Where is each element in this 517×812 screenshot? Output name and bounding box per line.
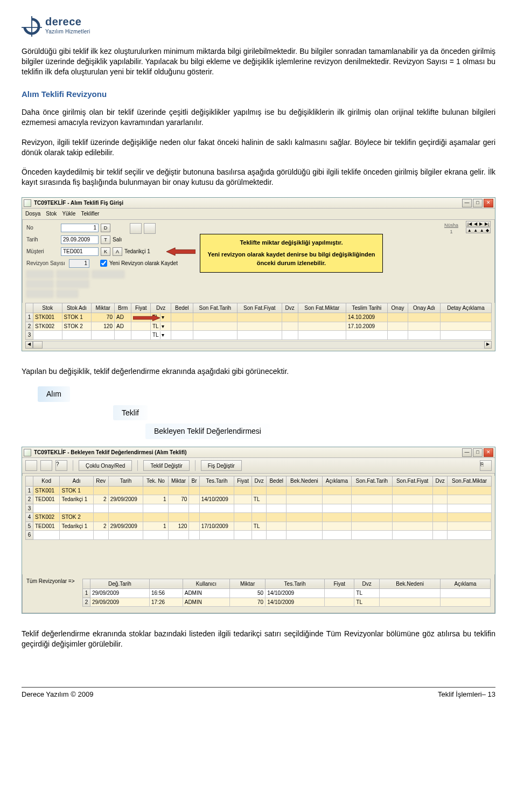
close-button-2[interactable]: ✕ xyxy=(484,448,493,457)
table-row[interactable]: 3TL▾ xyxy=(26,331,492,340)
col-header[interactable]: Adı xyxy=(60,476,93,487)
table-row[interactable]: 4STK002STOK 2 xyxy=(26,513,492,522)
col-header[interactable]: Son.Fat.Fiyat xyxy=(392,476,432,487)
table-row[interactable]: 6 xyxy=(26,531,492,540)
col-header[interactable]: Bek.Nedeni xyxy=(287,476,323,487)
col-header[interactable]: Tek. No xyxy=(143,476,168,487)
help-icon[interactable]: ? xyxy=(55,460,67,471)
col-header[interactable]: Kod xyxy=(33,476,60,487)
col-header[interactable]: Son Fat.Miktar xyxy=(298,303,346,313)
grid-degerlendirme[interactable]: KodAdıRevTarihTek. NoMiktarBrTes.TarihFi… xyxy=(25,476,492,540)
maximize-button-2[interactable]: □ xyxy=(473,448,483,457)
col-header[interactable]: Teslim Tarihi xyxy=(346,303,388,313)
col-header[interactable] xyxy=(83,579,90,589)
table-row[interactable]: 1STK001STOK 170ADTL▾14.10.2009 xyxy=(26,313,492,322)
list-icon[interactable] xyxy=(40,460,52,471)
lookup-a-button[interactable]: A xyxy=(113,247,122,256)
scroll-thumb[interactable] xyxy=(33,341,43,349)
scroll-left-button[interactable]: ◀ xyxy=(25,341,33,349)
close-button[interactable]: ✕ xyxy=(484,199,493,207)
lookup-k-button[interactable]: K xyxy=(101,247,110,256)
nav-down[interactable]: ▲▲▲◆ xyxy=(466,227,491,233)
col-header[interactable]: Son.Fat.Miktar xyxy=(448,476,492,487)
col-header[interactable]: Miktar xyxy=(92,303,115,313)
col-header[interactable]: Dvz xyxy=(251,476,266,487)
window-title: TC09TEKLİF - Alım Teklifi Fiş Girişi xyxy=(34,199,462,207)
col-header[interactable]: Değ.Tarih xyxy=(90,579,150,589)
export-icon[interactable]: ⎘ xyxy=(480,460,492,471)
coklu-onay-button[interactable]: Çoklu Onay/Red xyxy=(79,460,132,471)
svg-marker-3 xyxy=(133,315,160,321)
col-header[interactable]: Dvz xyxy=(432,476,447,487)
col-header[interactable]: Rev xyxy=(93,476,108,487)
grid-revizyonlar[interactable]: Değ.TarihKullanıcıMiktarTes.TarihFiyatDv… xyxy=(82,579,491,607)
grid-teklif-lines[interactable]: StokStok AdıMiktarBrmFiyatDvzBedelSon Fa… xyxy=(25,303,492,340)
menu-stok[interactable]: Stok xyxy=(46,210,57,218)
nav-up[interactable]: |◀◀▶▶| xyxy=(466,221,491,227)
col-header[interactable]: Fiyat xyxy=(325,579,354,589)
lookup-d-button[interactable]: D xyxy=(101,224,110,232)
col-header[interactable] xyxy=(149,579,183,589)
col-header[interactable]: Miktar xyxy=(230,579,266,589)
input-revsayisi: 1 xyxy=(69,259,89,268)
col-header[interactable]: Onay xyxy=(387,303,408,313)
table-row[interactable]: 1STK001STOK 1 xyxy=(26,486,492,495)
minimize-button[interactable]: — xyxy=(462,199,472,207)
col-header[interactable]: Dvz xyxy=(151,303,171,313)
label-musteri: Müşteri xyxy=(26,248,59,255)
col-header[interactable]: Stok Adı xyxy=(62,303,92,313)
input-musteri-kod[interactable]: TED001 xyxy=(61,247,99,256)
col-header[interactable]: Fiyat xyxy=(234,476,251,487)
col-header[interactable]: Miktar xyxy=(168,476,189,487)
col-header[interactable] xyxy=(26,476,33,487)
form-header: Nüsha 1 |◀◀▶▶| ▲▲▲◆ No 1 D Tarih 29.09.2… xyxy=(22,220,495,301)
table-row[interactable]: 2TED001Tedarikçi 1229/09/200917014/10/20… xyxy=(26,495,492,504)
teklif-degistir-button[interactable]: Teklif Değiştir xyxy=(143,460,189,471)
col-header[interactable]: Kullanıcı xyxy=(183,579,229,589)
menubar: Dosya Stok Yükle Teklifler xyxy=(22,209,495,220)
col-header[interactable]: Fiyat xyxy=(131,303,151,313)
col-header[interactable]: Dvz xyxy=(282,303,298,313)
col-header[interactable]: Detay Açıklama xyxy=(440,303,491,313)
menu-teklifler[interactable]: Teklifler xyxy=(81,210,99,218)
col-header[interactable]: Brm xyxy=(114,303,131,313)
col-header[interactable]: Dvz xyxy=(354,579,380,589)
col-header[interactable]: Bek.Nedeni xyxy=(380,579,441,589)
col-header[interactable]: Tarih xyxy=(108,476,143,487)
maximize-button[interactable]: □ xyxy=(473,199,483,207)
table-row[interactable]: 229/09/200917:26ADMIN7014/10/2009TL xyxy=(83,598,491,607)
col-header[interactable] xyxy=(26,303,33,313)
minimize-button-2[interactable]: — xyxy=(462,448,472,457)
col-header[interactable]: Br xyxy=(189,476,199,487)
fis-degistir-button[interactable]: Fiş Değiştir xyxy=(201,460,242,471)
input-no[interactable]: 1 xyxy=(61,224,99,232)
col-header[interactable]: Onay Adı xyxy=(408,303,441,313)
scroll-right-button[interactable]: ▶ xyxy=(484,341,492,349)
table-row[interactable]: 129/09/200916:56ADMIN5014/10/2009TL xyxy=(83,589,491,598)
toolbar-icon-1[interactable] xyxy=(130,223,142,234)
col-header[interactable]: Son.Fat.Tarih xyxy=(352,476,392,487)
col-header[interactable]: Son Fat.Tarih xyxy=(193,303,237,313)
col-header[interactable]: Bedel xyxy=(171,303,193,313)
col-header[interactable]: Tes.Tarih xyxy=(199,476,234,487)
col-header[interactable]: Tes.Tarih xyxy=(266,579,325,589)
col-header[interactable]: Açıklama xyxy=(322,476,352,487)
col-header[interactable]: Açıklama xyxy=(441,579,491,589)
col-header[interactable]: Son Fat.Fiyat xyxy=(237,303,282,313)
col-header[interactable]: Bedel xyxy=(267,476,287,487)
toolbar-icon-2[interactable] xyxy=(144,223,156,234)
app-icon-2 xyxy=(24,449,31,456)
menu-dosya[interactable]: Dosya xyxy=(25,210,40,218)
calendar-button[interactable]: T xyxy=(101,235,110,244)
table-row[interactable]: 5TED001Tedarikçi 1229/09/2009112017/10/2… xyxy=(26,522,492,531)
col-header[interactable]: Stok xyxy=(33,303,62,313)
horizontal-scrollbar[interactable]: ◀ ▶ xyxy=(25,341,492,349)
table-row[interactable]: 3 xyxy=(26,504,492,513)
musteri-name: Tedarikçi 1 xyxy=(124,248,150,255)
day-label: Salı xyxy=(113,236,122,244)
table-row[interactable]: 2STK002STOK 2120ADTL▾17.10.2009 xyxy=(26,322,492,331)
menu-yukle[interactable]: Yükle xyxy=(62,210,75,218)
input-tarih[interactable]: 29.09.2009 xyxy=(61,235,99,244)
checkbox-yeni-revizyon[interactable] xyxy=(100,260,107,267)
refresh-icon[interactable] xyxy=(25,460,37,471)
